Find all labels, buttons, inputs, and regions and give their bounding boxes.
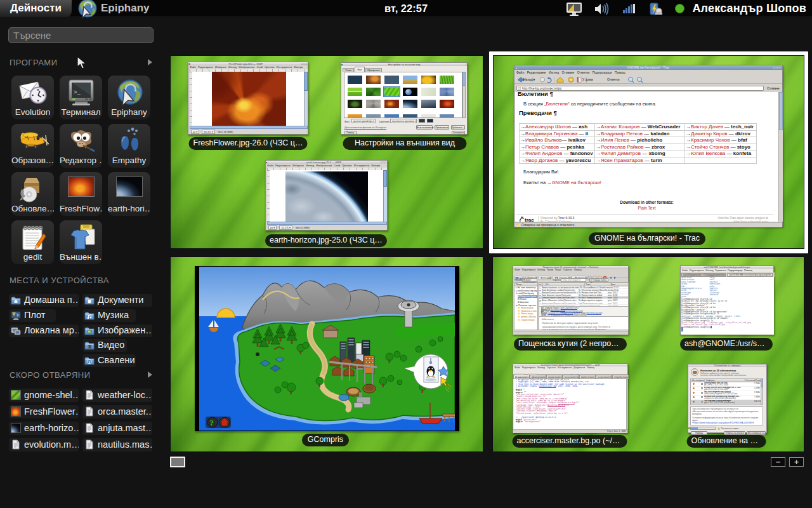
- svg-text:trac: trac: [525, 217, 534, 222]
- svg-text:>_: >_: [74, 90, 81, 96]
- svg-text:?: ?: [210, 418, 214, 427]
